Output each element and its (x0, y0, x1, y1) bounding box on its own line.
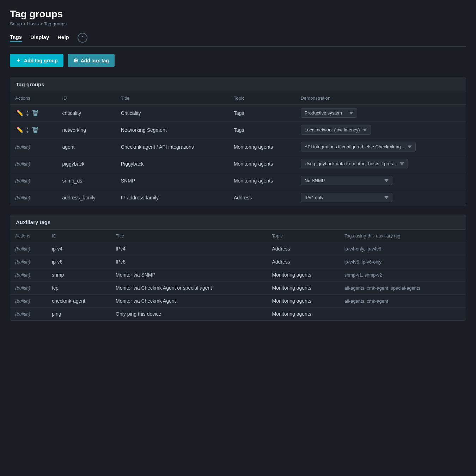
topic-cell: Address (267, 255, 340, 268)
chevron-up-icon: ⌃ (80, 35, 84, 41)
title-cell: Monitor via Checkmk Agent or special age… (111, 282, 267, 295)
edit-icon[interactable]: ✏️ (15, 126, 24, 134)
actions-cell: (builtin) (10, 155, 57, 172)
table-row: (builtin) agent Checkmk agent / API inte… (10, 138, 466, 155)
builtin-label: (builtin) (15, 285, 30, 291)
id-cell: piggyback (57, 155, 116, 172)
id-cell: ip-v6 (47, 255, 111, 268)
title-cell: IPv6 (111, 255, 267, 268)
col-header-topic: Topic (229, 92, 296, 105)
title-cell: Piggyback (116, 155, 229, 172)
builtin-label: (builtin) (15, 311, 30, 317)
nav-item-display[interactable]: Display (30, 34, 49, 42)
table-row: ✏️ ▲ ▼ 🗑️ networking Networking Segment … (10, 122, 466, 138)
title-cell: IP address family (116, 189, 229, 206)
actions-cell: (builtin) (10, 308, 47, 321)
id-cell: ip-v4 (47, 242, 111, 255)
title-cell: Monitor via Checkmk Agent (111, 295, 267, 308)
builtin-label: (builtin) (15, 246, 30, 252)
add-tag-group-label: Add tag group (24, 58, 58, 63)
id-cell: tcp (47, 282, 111, 295)
auxiliary-tags-table: Actions ID Title Topic Tags using this a… (10, 230, 466, 320)
tags-using-cell: all-agents, cmk-agent, special-agents (340, 282, 466, 295)
aux-plus-icon: ⊕ (73, 57, 78, 64)
title-cell: SNMP (116, 172, 229, 189)
tag-groups-section-header: Tag groups (10, 77, 466, 92)
topic-cell: Monitoring agents (229, 172, 296, 189)
topic-cell: Address (229, 189, 296, 206)
col-header-demonstration: Demonstration (296, 92, 466, 105)
actions-cell: (builtin) (10, 282, 47, 295)
topic-cell: Tags (229, 122, 296, 138)
table-row: (builtin) tcp Monitor via Checkmk Agent … (10, 282, 466, 295)
builtin-label: (builtin) (15, 259, 30, 265)
add-aux-tag-button[interactable]: ⊕ Add aux tag (68, 54, 115, 67)
id-cell: networking (57, 122, 116, 138)
topic-cell: Address (267, 242, 340, 255)
builtin-label: (builtin) (15, 298, 30, 304)
id-cell: agent (57, 138, 116, 155)
auxiliary-tags-section-header: Auxiliary tags (10, 215, 466, 230)
toolbar: ＋ Add tag group ⊕ Add aux tag (10, 54, 466, 67)
builtin-label: (builtin) (15, 161, 30, 167)
id-cell: criticality (57, 105, 116, 122)
breadcrumb: Setup > Hosts > Tag groups (10, 21, 466, 26)
tag-groups-table: Actions ID Title Topic Demonstration ✏️ … (10, 92, 466, 206)
topic-cell: Monitoring agents (267, 308, 340, 321)
title-cell: Criticality (116, 105, 229, 122)
collapse-button[interactable]: ⌃ (78, 33, 87, 43)
demo-select[interactable]: Productive systemBusiness criticalTest s… (301, 108, 357, 118)
builtin-label: (builtin) (15, 144, 30, 150)
demo-cell: Use piggyback data from other hosts if p… (296, 155, 466, 172)
actions-cell: (builtin) (10, 295, 47, 308)
sort-icons[interactable]: ▲ ▼ (26, 126, 29, 134)
id-cell: snmp (47, 268, 111, 282)
builtin-label: (builtin) (15, 178, 30, 184)
col-header-title: Title (116, 92, 229, 105)
tags-using-cell (340, 308, 466, 321)
actions-cell: ✏️ ▲ ▼ 🗑️ (10, 122, 57, 138)
aux-col-header-id: ID (47, 230, 111, 242)
id-cell: address_family (57, 189, 116, 206)
demo-select[interactable]: Local network (low latency)WANDMZ (301, 125, 371, 135)
auxiliary-tags-section: Auxiliary tags Actions ID Title Topic Ta… (10, 215, 466, 321)
demo-cell: API integrations if configured, else Che… (296, 138, 466, 155)
demo-cell: IPv4 onlyIPv6 onlyIPv4/IPv6 dual-stack (296, 189, 466, 206)
nav-item-tags[interactable]: Tags (10, 34, 22, 42)
actions-cell: (builtin) (10, 172, 57, 189)
plus-icon: ＋ (16, 57, 21, 64)
actions-cell: (builtin) (10, 255, 47, 268)
table-row: (builtin) snmp Monitor via SNMP Monitori… (10, 268, 466, 282)
tags-using-cell: all-agents, cmk-agent (340, 295, 466, 308)
tag-groups-section: Tag groups Actions ID Title Topic Demons… (10, 77, 466, 206)
sort-icons[interactable]: ▲ ▼ (26, 109, 29, 117)
demo-select[interactable]: IPv4 onlyIPv6 onlyIPv4/IPv6 dual-stack (301, 193, 392, 202)
topic-cell: Monitoring agents (229, 138, 296, 155)
aux-col-header-topic: Topic (267, 230, 340, 242)
title-cell: Networking Segment (116, 122, 229, 138)
actions-cell: (builtin) (10, 138, 57, 155)
delete-icon[interactable]: 🗑️ (31, 126, 40, 134)
delete-icon[interactable]: 🗑️ (31, 109, 40, 117)
tags-using-cell: ip-v4-only, ip-v4v6 (340, 242, 466, 255)
actions-cell: ✏️ ▲ ▼ 🗑️ (10, 105, 57, 122)
title-cell: IPv4 (111, 242, 267, 255)
demo-cell: No SNMPSNMP v1SNMP v2/v3 (296, 172, 466, 189)
col-header-actions: Actions (10, 92, 57, 105)
topic-cell: Monitoring agents (267, 295, 340, 308)
builtin-label: (builtin) (15, 272, 30, 278)
table-row: (builtin) snmp_ds SNMP Monitoring agents… (10, 172, 466, 189)
edit-icon[interactable]: ✏️ (15, 109, 24, 117)
col-header-id: ID (57, 92, 116, 105)
actions-cell: (builtin) (10, 242, 47, 255)
page-title: Tag groups (10, 8, 466, 20)
demo-select[interactable]: No SNMPSNMP v1SNMP v2/v3 (301, 176, 392, 185)
nav-item-help[interactable]: Help (57, 34, 69, 42)
demo-select[interactable]: Use piggyback data from other hosts if p… (301, 159, 408, 168)
table-row: (builtin) piggyback Piggyback Monitoring… (10, 155, 466, 172)
add-tag-group-button[interactable]: ＋ Add tag group (10, 54, 63, 67)
table-row: (builtin) address_family IP address fami… (10, 189, 466, 206)
add-aux-tag-label: Add aux tag (81, 58, 109, 63)
table-row: ✏️ ▲ ▼ 🗑️ criticality Criticality Tags P… (10, 105, 466, 122)
demo-select[interactable]: API integrations if configured, else Che… (301, 142, 416, 152)
